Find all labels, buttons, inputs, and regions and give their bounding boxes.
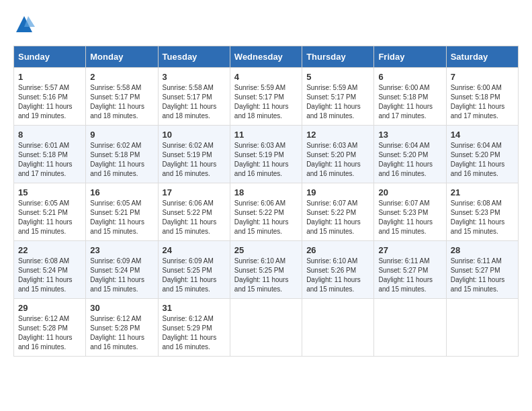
cell-details: Sunrise: 5:59 AM Sunset: 5:17 PM Dayligh… (234, 83, 298, 121)
calendar-cell: 2Sunrise: 5:58 AM Sunset: 5:17 PM Daylig… (86, 68, 158, 126)
header (13, 13, 519, 35)
cell-details: Sunrise: 6:09 AM Sunset: 5:24 PM Dayligh… (90, 257, 153, 294)
calendar-cell: 14Sunrise: 6:04 AM Sunset: 5:20 PM Dayli… (446, 126, 518, 183)
cell-details: Sunrise: 6:09 AM Sunset: 5:25 PM Dayligh… (163, 257, 226, 294)
day-number: 2 (90, 72, 153, 82)
cell-details: Sunrise: 6:08 AM Sunset: 5:24 PM Dayligh… (18, 257, 81, 294)
day-number: 30 (90, 303, 153, 313)
day-number: 5 (306, 72, 369, 82)
day-number: 24 (163, 245, 226, 255)
calendar-cell: 13Sunrise: 6:04 AM Sunset: 5:20 PM Dayli… (374, 126, 446, 183)
calendar-cell: 16Sunrise: 6:05 AM Sunset: 5:21 PM Dayli… (86, 183, 158, 241)
day-number: 8 (18, 130, 81, 140)
calendar-cell: 23Sunrise: 6:09 AM Sunset: 5:24 PM Dayli… (86, 241, 158, 299)
cell-details: Sunrise: 6:11 AM Sunset: 5:27 PM Dayligh… (451, 257, 514, 294)
calendar-cell: 7Sunrise: 6:00 AM Sunset: 5:18 PM Daylig… (446, 68, 518, 126)
calendar-cell: 6Sunrise: 6:00 AM Sunset: 5:18 PM Daylig… (374, 68, 446, 126)
calendar-cell: 24Sunrise: 6:09 AM Sunset: 5:25 PM Dayli… (158, 241, 230, 299)
day-number: 23 (90, 245, 153, 255)
day-number: 27 (378, 245, 441, 255)
cell-details: Sunrise: 6:01 AM Sunset: 5:18 PM Dayligh… (18, 141, 81, 179)
calendar-cell: 9Sunrise: 6:02 AM Sunset: 5:18 PM Daylig… (86, 126, 158, 183)
calendar-cell: 19Sunrise: 6:07 AM Sunset: 5:22 PM Dayli… (302, 183, 374, 241)
day-number: 15 (18, 187, 81, 197)
calendar-cell: 10Sunrise: 6:02 AM Sunset: 5:19 PM Dayli… (158, 126, 230, 183)
cell-details: Sunrise: 6:11 AM Sunset: 5:27 PM Dayligh… (378, 257, 441, 294)
day-number: 6 (378, 72, 441, 82)
calendar-cell: 26Sunrise: 6:10 AM Sunset: 5:26 PM Dayli… (302, 241, 374, 299)
calendar-table: SundayMondayTuesdayWednesdayThursdayFrid… (13, 46, 519, 357)
day-header-friday: Friday (374, 46, 446, 68)
day-number: 10 (163, 130, 226, 140)
calendar-cell: 17Sunrise: 6:06 AM Sunset: 5:22 PM Dayli… (158, 183, 230, 241)
day-number: 17 (163, 187, 226, 197)
cell-details: Sunrise: 6:04 AM Sunset: 5:20 PM Dayligh… (451, 141, 514, 179)
calendar-cell: 29Sunrise: 6:12 AM Sunset: 5:28 PM Dayli… (14, 299, 86, 357)
cell-details: Sunrise: 6:02 AM Sunset: 5:18 PM Dayligh… (90, 141, 153, 179)
cell-details: Sunrise: 6:12 AM Sunset: 5:29 PM Dayligh… (163, 314, 226, 352)
day-number: 14 (451, 130, 514, 140)
day-number: 7 (451, 72, 514, 82)
calendar-cell: 30Sunrise: 6:12 AM Sunset: 5:28 PM Dayli… (86, 299, 158, 357)
logo-icon (13, 13, 35, 35)
calendar-cell: 15Sunrise: 6:05 AM Sunset: 5:21 PM Dayli… (14, 183, 86, 241)
day-header-monday: Monday (86, 46, 158, 68)
calendar-cell: 22Sunrise: 6:08 AM Sunset: 5:24 PM Dayli… (14, 241, 86, 299)
day-headers-row: SundayMondayTuesdayWednesdayThursdayFrid… (14, 46, 519, 68)
day-header-thursday: Thursday (302, 46, 374, 68)
day-number: 11 (234, 130, 298, 140)
day-number: 13 (378, 130, 441, 140)
week-row-2: 8Sunrise: 6:01 AM Sunset: 5:18 PM Daylig… (14, 126, 519, 183)
week-row-3: 15Sunrise: 6:05 AM Sunset: 5:21 PM Dayli… (14, 183, 519, 241)
day-number: 18 (234, 187, 298, 197)
cell-details: Sunrise: 6:00 AM Sunset: 5:18 PM Dayligh… (378, 83, 441, 121)
day-number: 1 (18, 72, 81, 82)
calendar-cell: 1Sunrise: 5:57 AM Sunset: 5:16 PM Daylig… (14, 68, 86, 126)
calendar-cell: 11Sunrise: 6:03 AM Sunset: 5:19 PM Dayli… (230, 126, 302, 183)
logo (13, 13, 38, 35)
day-number: 31 (163, 303, 226, 313)
cell-details: Sunrise: 6:12 AM Sunset: 5:28 PM Dayligh… (18, 314, 81, 352)
cell-details: Sunrise: 6:00 AM Sunset: 5:18 PM Dayligh… (451, 83, 514, 121)
calendar-cell (230, 299, 302, 357)
day-number: 19 (306, 187, 369, 197)
calendar-cell: 28Sunrise: 6:11 AM Sunset: 5:27 PM Dayli… (446, 241, 518, 299)
calendar-cell (446, 299, 518, 357)
cell-details: Sunrise: 6:12 AM Sunset: 5:28 PM Dayligh… (90, 314, 153, 352)
cell-details: Sunrise: 6:05 AM Sunset: 5:21 PM Dayligh… (90, 199, 153, 236)
cell-details: Sunrise: 5:58 AM Sunset: 5:17 PM Dayligh… (163, 83, 226, 121)
week-row-1: 1Sunrise: 5:57 AM Sunset: 5:16 PM Daylig… (14, 68, 519, 126)
calendar-cell: 12Sunrise: 6:03 AM Sunset: 5:20 PM Dayli… (302, 126, 374, 183)
cell-details: Sunrise: 5:59 AM Sunset: 5:17 PM Dayligh… (306, 83, 369, 121)
calendar-cell: 27Sunrise: 6:11 AM Sunset: 5:27 PM Dayli… (374, 241, 446, 299)
cell-details: Sunrise: 5:57 AM Sunset: 5:16 PM Dayligh… (18, 83, 81, 121)
day-number: 22 (18, 245, 81, 255)
cell-details: Sunrise: 6:08 AM Sunset: 5:23 PM Dayligh… (451, 199, 514, 236)
calendar-cell: 20Sunrise: 6:07 AM Sunset: 5:23 PM Dayli… (374, 183, 446, 241)
calendar-cell: 18Sunrise: 6:06 AM Sunset: 5:22 PM Dayli… (230, 183, 302, 241)
calendar-cell: 5Sunrise: 5:59 AM Sunset: 5:17 PM Daylig… (302, 68, 374, 126)
calendar-cell: 4Sunrise: 5:59 AM Sunset: 5:17 PM Daylig… (230, 68, 302, 126)
cell-details: Sunrise: 6:04 AM Sunset: 5:20 PM Dayligh… (378, 141, 441, 179)
calendar-cell: 21Sunrise: 6:08 AM Sunset: 5:23 PM Dayli… (446, 183, 518, 241)
cell-details: Sunrise: 6:10 AM Sunset: 5:25 PM Dayligh… (234, 257, 298, 294)
calendar-cell (374, 299, 446, 357)
day-header-tuesday: Tuesday (158, 46, 230, 68)
cell-details: Sunrise: 6:05 AM Sunset: 5:21 PM Dayligh… (18, 199, 81, 236)
day-header-sunday: Sunday (14, 46, 86, 68)
calendar-cell (302, 299, 374, 357)
day-number: 21 (451, 187, 514, 197)
cell-details: Sunrise: 5:58 AM Sunset: 5:17 PM Dayligh… (90, 83, 153, 121)
cell-details: Sunrise: 6:03 AM Sunset: 5:20 PM Dayligh… (306, 141, 369, 179)
cell-details: Sunrise: 6:10 AM Sunset: 5:26 PM Dayligh… (306, 257, 369, 294)
day-number: 3 (163, 72, 226, 82)
cell-details: Sunrise: 6:02 AM Sunset: 5:19 PM Dayligh… (163, 141, 226, 179)
week-row-5: 29Sunrise: 6:12 AM Sunset: 5:28 PM Dayli… (14, 299, 519, 357)
cell-details: Sunrise: 6:06 AM Sunset: 5:22 PM Dayligh… (163, 199, 226, 236)
cell-details: Sunrise: 6:07 AM Sunset: 5:22 PM Dayligh… (306, 199, 369, 236)
day-number: 29 (18, 303, 81, 313)
cell-details: Sunrise: 6:07 AM Sunset: 5:23 PM Dayligh… (378, 199, 441, 236)
week-row-4: 22Sunrise: 6:08 AM Sunset: 5:24 PM Dayli… (14, 241, 519, 299)
day-header-wednesday: Wednesday (230, 46, 302, 68)
cell-details: Sunrise: 6:03 AM Sunset: 5:19 PM Dayligh… (234, 141, 298, 179)
